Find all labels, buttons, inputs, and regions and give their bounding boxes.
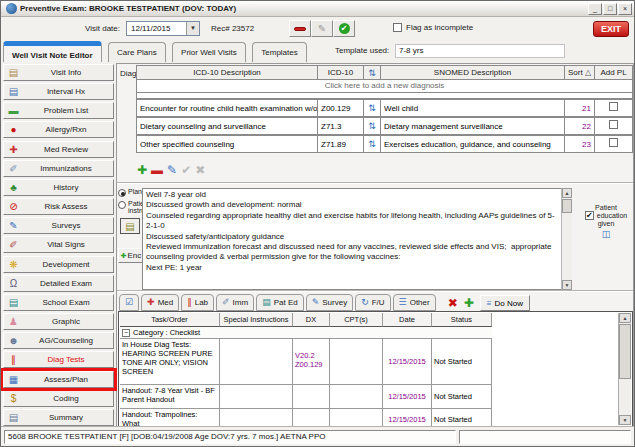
tab-well-visit-note-editor[interactable]: Well Visit Note Editor <box>3 41 102 62</box>
tab-care-plans[interactable]: Care Plans <box>108 42 166 62</box>
app-icon <box>6 3 17 14</box>
col-snomed-description[interactable]: SNOMED Description <box>381 65 565 80</box>
scroll-down-icon[interactable]: ▼ <box>562 280 572 290</box>
plan-mode-rail: Plan: Patient instruct: ▤ ✚ Enc <box>118 188 142 263</box>
tab-survey[interactable]: ✎Survey <box>306 294 353 311</box>
diagnosis-row[interactable]: Other specified counseling Z71.89 ⇅ Exer… <box>136 135 633 153</box>
maximize-button[interactable]: □ <box>603 3 617 15</box>
add-diagnosis-row[interactable]: Click here to add a new diagnosis <box>136 80 633 93</box>
scroll-up-icon[interactable]: ▲ <box>562 188 572 198</box>
tab-other[interactable]: ☰Other <box>393 294 436 311</box>
col-status[interactable]: Status <box>432 313 492 327</box>
category-row[interactable]: − Category : Checklist <box>120 327 492 339</box>
col-special-instructions[interactable]: Special Instructions <box>220 313 293 327</box>
sidebar-item-allergy-rxn[interactable]: ●Allergy/Rxn <box>3 121 114 138</box>
scroll-up-icon[interactable]: ▲ <box>619 313 631 323</box>
add-pl-checkbox[interactable] <box>609 138 618 147</box>
tab-med[interactable]: ✚Med <box>141 294 179 311</box>
order-row[interactable]: Handout: 7-8 Year Visit - BF Parent Hand… <box>120 385 492 409</box>
col-sort[interactable]: Sort △ <box>565 65 595 80</box>
approve-visit-button[interactable]: ✔ <box>333 20 355 37</box>
sync-icon[interactable]: ⇅ <box>368 139 376 149</box>
minimize-button[interactable]: _ <box>588 3 602 15</box>
sidebar-item-development[interactable]: ❋Development <box>3 256 114 273</box>
edit-visit-button[interactable]: ✎ <box>311 20 333 37</box>
record-number-label: Rec# 23572 <box>211 24 254 33</box>
open-book-icon[interactable]: ◫ <box>579 229 633 239</box>
sidebar-item-interval-hx[interactable]: ▤Interval Hx <box>3 83 114 100</box>
scroll-thumb[interactable] <box>562 199 572 213</box>
sidebar-item-med-review[interactable]: ✚Med Review <box>3 141 114 158</box>
col-cpt[interactable]: CPT(s) <box>330 313 383 327</box>
col-task-order[interactable]: Task/Order <box>120 313 220 327</box>
add-diagnosis-button[interactable]: ✚ <box>137 163 147 177</box>
order-row[interactable]: In House Diag Tests: HEARING SCREEN PURE… <box>120 339 492 385</box>
add-order-button[interactable]: ✚ <box>464 296 474 310</box>
sidebar-item-school-exam[interactable]: ▤School Exam <box>3 294 114 311</box>
sidebar-item-history[interactable]: ♣History <box>3 179 114 196</box>
sync-icon[interactable]: ⇅ <box>368 121 376 131</box>
delete-visit-button[interactable] <box>289 20 311 37</box>
cancel-diagnosis-button[interactable]: ✖ <box>195 163 205 177</box>
close-button[interactable]: × <box>618 3 632 15</box>
plan-radio[interactable]: Plan: <box>118 188 142 197</box>
flag-incomplete-checkbox[interactable] <box>393 23 402 32</box>
template-used-field[interactable]: 7-8 yrs <box>395 44 565 58</box>
col-icd10[interactable]: ICD-10 <box>318 65 364 80</box>
col-sync[interactable]: ⇅ <box>364 65 381 80</box>
history-icon: ♣ <box>6 180 21 195</box>
visit-date-select[interactable]: 12/11/2015 ▼ <box>126 21 200 36</box>
diagnosis-row[interactable]: Encounter for routine child health exami… <box>136 99 633 117</box>
sidebar-item-coding[interactable]: $Coding <box>3 390 114 407</box>
plan-scrollbar[interactable]: ▲ ▼ <box>561 188 572 290</box>
tab-fu[interactable]: ↻F/U <box>355 294 390 311</box>
sidebar-item-vital-signs[interactable]: ✐Vital Signs <box>3 236 114 253</box>
plan-library-button[interactable]: ▤ <box>120 218 140 234</box>
sidebar-item-summary[interactable]: ▤Summary <box>3 409 114 426</box>
sidebar-item-surveys[interactable]: ✎Surveys <box>3 217 114 234</box>
vital-signs-icon: ✐ <box>6 237 21 252</box>
sidebar-item-risk-assess[interactable]: ⊘Risk Assess <box>3 198 114 215</box>
pencil-icon: ✎ <box>318 23 326 34</box>
check-icon: ✔ <box>339 23 350 34</box>
tab-orders-checklist[interactable]: ☑ <box>119 294 139 311</box>
sidebar-item-visit-info[interactable]: ▤Visit Info <box>3 64 114 81</box>
title-bar: Preventive Exam: BROOKE TESTPATIENT (DOV… <box>1 1 634 17</box>
do-now-icon: ≡ <box>487 299 492 308</box>
patient-education-checkbox[interactable]: ✔ <box>585 211 594 220</box>
scroll-thumb[interactable] <box>619 324 631 379</box>
plan-textarea[interactable]: Well 7-8 year old Discussed growth and d… <box>142 188 572 290</box>
enc-button[interactable]: ✚ Enc <box>118 248 144 263</box>
col-icd10-description[interactable]: ICD-10 Description <box>136 65 318 80</box>
accept-diagnosis-button[interactable]: ✔ <box>181 163 191 177</box>
col-date[interactable]: Date <box>383 313 432 327</box>
sidebar-item-graphic[interactable]: ♟Graphic <box>3 313 114 330</box>
add-pl-checkbox[interactable] <box>609 120 618 129</box>
orders-scrollbar[interactable]: ▲ ▼ <box>618 313 631 425</box>
tab-pat-ed[interactable]: ▤Pat Ed <box>256 294 304 311</box>
sidebar-item-problem-list[interactable]: ▬Problem List <box>3 102 114 119</box>
do-now-button[interactable]: ≡Do Now <box>480 295 530 311</box>
tab-templates[interactable]: Templates <box>252 42 306 62</box>
scroll-down-icon[interactable]: ▼ <box>619 415 631 425</box>
tab-prior-well-visits[interactable]: Prior Well Visits <box>172 42 246 62</box>
tab-imm[interactable]: ✐Imm <box>216 294 254 311</box>
sync-icon[interactable]: ⇅ <box>368 103 376 113</box>
tab-lab[interactable]: ∥Lab <box>181 294 214 311</box>
col-dx[interactable]: DX <box>293 313 330 327</box>
edit-diagnosis-button[interactable]: ✎ <box>167 163 177 177</box>
sidebar-item-ag-counseling[interactable]: ☻AG/Counseling <box>3 332 114 349</box>
sidebar-item-detailed-exam[interactable]: ΩDetailed Exam <box>3 275 114 292</box>
delete-order-button[interactable]: ✖ <box>448 296 458 310</box>
sidebar-item-immunizations[interactable]: ✐Immunizations <box>3 160 114 177</box>
chevron-down-icon[interactable]: ▼ <box>186 22 199 35</box>
sidebar-item-assess-plan[interactable]: ▦Assess/Plan <box>3 371 114 388</box>
exit-button[interactable]: EXIT <box>593 21 629 37</box>
patient-instruct-radio[interactable]: Patient instruct: <box>118 200 142 214</box>
remove-diagnosis-button[interactable]: ▬ <box>151 163 163 177</box>
collapse-icon[interactable]: − <box>122 329 130 337</box>
diagnosis-row[interactable]: Dietary counseling and surveillance Z71.… <box>136 117 633 135</box>
col-add-pl[interactable]: Add PL <box>595 65 633 80</box>
sidebar-item-diag-tests[interactable]: ∥Diag Tests <box>3 351 114 368</box>
add-pl-checkbox[interactable] <box>609 102 618 111</box>
